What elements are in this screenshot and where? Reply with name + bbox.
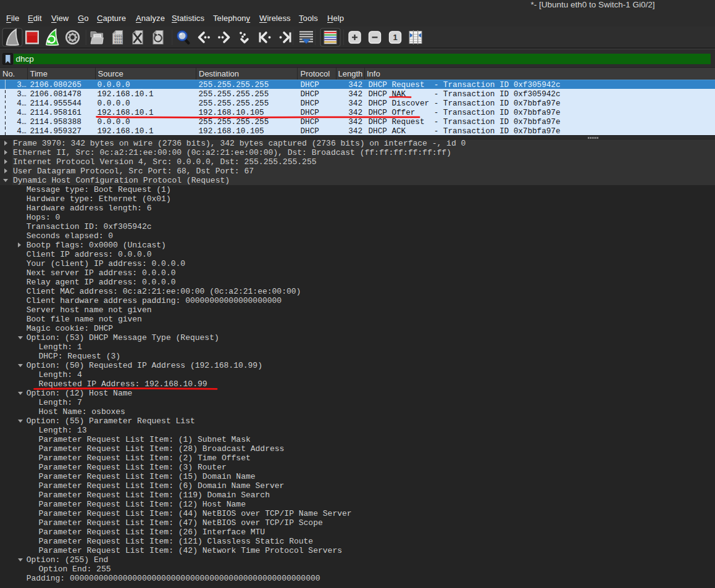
svg-text:0111: 0111 [114, 41, 122, 44]
svg-text:1: 1 [393, 33, 397, 42]
